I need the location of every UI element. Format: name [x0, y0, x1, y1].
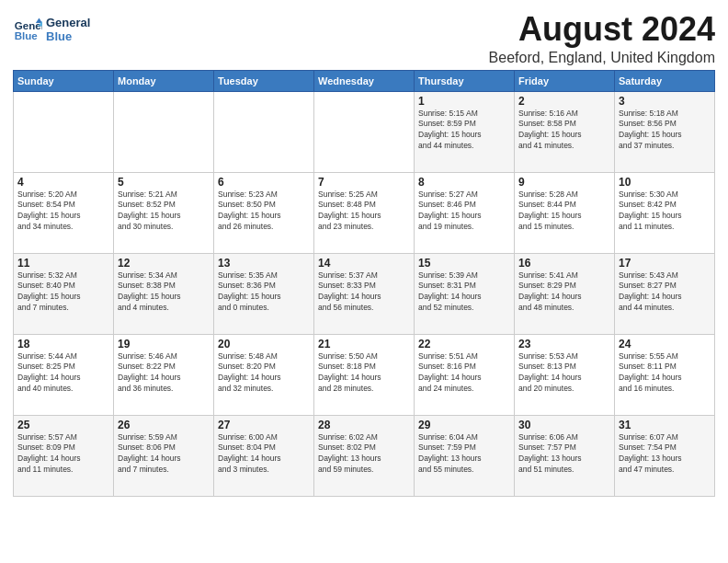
calendar-cell: 12Sunrise: 5:34 AM Sunset: 8:38 PM Dayli…: [114, 253, 214, 334]
day-number: 2: [518, 95, 610, 108]
calendar-cell: 25Sunrise: 5:57 AM Sunset: 8:09 PM Dayli…: [14, 415, 114, 496]
day-info: Sunrise: 5:39 AM Sunset: 8:31 PM Dayligh…: [418, 270, 510, 315]
day-info: Sunrise: 5:28 AM Sunset: 8:44 PM Dayligh…: [518, 190, 610, 234]
day-info: Sunrise: 5:35 AM Sunset: 8:36 PM Dayligh…: [218, 270, 310, 315]
calendar-cell: [214, 91, 314, 172]
day-number: 27: [218, 419, 310, 431]
day-info: Sunrise: 6:04 AM Sunset: 7:59 PM Dayligh…: [418, 432, 510, 477]
calendar-cell: 26Sunrise: 5:59 AM Sunset: 8:06 PM Dayli…: [114, 415, 214, 496]
day-info: Sunrise: 5:50 AM Sunset: 8:18 PM Dayligh…: [318, 351, 410, 396]
logo: General Blue General Blue: [13, 15, 90, 44]
day-info: Sunrise: 5:32 AM Sunset: 8:40 PM Dayligh…: [17, 270, 109, 315]
calendar-cell: 10Sunrise: 5:30 AM Sunset: 8:42 PM Dayli…: [615, 172, 715, 253]
calendar-cell: [314, 91, 415, 172]
calendar-cell: [114, 91, 214, 172]
day-info: Sunrise: 5:20 AM Sunset: 8:54 PM Dayligh…: [17, 190, 109, 234]
day-number: 21: [318, 338, 410, 350]
logo-icon: General Blue: [13, 15, 42, 44]
calendar-cell: 21Sunrise: 5:50 AM Sunset: 8:18 PM Dayli…: [314, 334, 415, 415]
day-info: Sunrise: 5:23 AM Sunset: 8:50 PM Dayligh…: [218, 190, 310, 234]
location-title: Beeford, England, United Kingdom: [489, 50, 715, 66]
day-info: Sunrise: 5:34 AM Sunset: 8:38 PM Dayligh…: [118, 270, 210, 315]
logo-line2: Blue: [46, 29, 90, 43]
day-number: 13: [218, 257, 310, 270]
calendar-cell: 27Sunrise: 6:00 AM Sunset: 8:04 PM Dayli…: [214, 415, 314, 496]
calendar-cell: 14Sunrise: 5:37 AM Sunset: 8:33 PM Dayli…: [314, 253, 415, 334]
day-info: Sunrise: 5:44 AM Sunset: 8:25 PM Dayligh…: [17, 351, 109, 396]
calendar-table: SundayMondayTuesdayWednesdayThursdayFrid…: [13, 70, 715, 497]
day-info: Sunrise: 5:21 AM Sunset: 8:52 PM Dayligh…: [118, 190, 210, 234]
day-number: 22: [418, 338, 510, 350]
day-number: 18: [17, 338, 109, 350]
day-info: Sunrise: 5:41 AM Sunset: 8:29 PM Dayligh…: [518, 270, 610, 315]
day-number: 5: [118, 176, 210, 189]
calendar-cell: [14, 91, 114, 172]
day-number: 31: [619, 419, 711, 431]
calendar-cell: 22Sunrise: 5:51 AM Sunset: 8:16 PM Dayli…: [415, 334, 515, 415]
calendar-cell: 9Sunrise: 5:28 AM Sunset: 8:44 PM Daylig…: [515, 172, 615, 253]
day-info: Sunrise: 5:53 AM Sunset: 8:13 PM Dayligh…: [518, 351, 610, 396]
day-info: Sunrise: 5:37 AM Sunset: 8:33 PM Dayligh…: [318, 270, 410, 315]
calendar-cell: 2Sunrise: 5:16 AM Sunset: 8:58 PM Daylig…: [515, 91, 615, 172]
day-number: 24: [619, 338, 711, 350]
day-number: 9: [518, 176, 610, 189]
day-info: Sunrise: 5:30 AM Sunset: 8:42 PM Dayligh…: [619, 190, 711, 234]
day-info: Sunrise: 5:27 AM Sunset: 8:46 PM Dayligh…: [418, 190, 510, 234]
calendar-cell: 7Sunrise: 5:25 AM Sunset: 8:48 PM Daylig…: [314, 172, 415, 253]
day-number: 14: [318, 257, 410, 270]
day-number: 7: [318, 176, 410, 189]
calendar-cell: 29Sunrise: 6:04 AM Sunset: 7:59 PM Dayli…: [415, 415, 515, 496]
calendar-cell: 11Sunrise: 5:32 AM Sunset: 8:40 PM Dayli…: [14, 253, 114, 334]
calendar-cell: 18Sunrise: 5:44 AM Sunset: 8:25 PM Dayli…: [14, 334, 114, 415]
day-number: 26: [118, 419, 210, 431]
day-info: Sunrise: 5:51 AM Sunset: 8:16 PM Dayligh…: [418, 351, 510, 396]
day-info: Sunrise: 5:25 AM Sunset: 8:48 PM Dayligh…: [318, 190, 410, 234]
day-info: Sunrise: 5:48 AM Sunset: 8:20 PM Dayligh…: [218, 351, 310, 396]
day-number: 10: [619, 176, 711, 189]
day-info: Sunrise: 5:46 AM Sunset: 8:22 PM Dayligh…: [118, 351, 210, 396]
calendar-cell: 15Sunrise: 5:39 AM Sunset: 8:31 PM Dayli…: [415, 253, 515, 334]
calendar-cell: 28Sunrise: 6:02 AM Sunset: 8:02 PM Dayli…: [314, 415, 415, 496]
calendar-cell: 1Sunrise: 5:15 AM Sunset: 8:59 PM Daylig…: [415, 91, 515, 172]
month-title: August 2024: [489, 11, 715, 48]
day-info: Sunrise: 6:02 AM Sunset: 8:02 PM Dayligh…: [318, 432, 410, 477]
day-header: Saturday: [615, 70, 715, 91]
calendar-cell: 31Sunrise: 6:07 AM Sunset: 7:54 PM Dayli…: [615, 415, 715, 496]
day-header: Sunday: [14, 70, 114, 91]
day-number: 4: [17, 176, 109, 189]
day-info: Sunrise: 5:57 AM Sunset: 8:09 PM Dayligh…: [17, 432, 109, 477]
day-info: Sunrise: 6:06 AM Sunset: 7:57 PM Dayligh…: [518, 432, 610, 477]
day-info: Sunrise: 6:07 AM Sunset: 7:54 PM Dayligh…: [619, 432, 711, 477]
day-number: 17: [619, 257, 711, 270]
svg-text:Blue: Blue: [15, 30, 39, 41]
day-number: 8: [418, 176, 510, 189]
calendar-cell: 8Sunrise: 5:27 AM Sunset: 8:46 PM Daylig…: [415, 172, 515, 253]
day-number: 12: [118, 257, 210, 270]
day-number: 19: [118, 338, 210, 350]
calendar-cell: 5Sunrise: 5:21 AM Sunset: 8:52 PM Daylig…: [114, 172, 214, 253]
day-info: Sunrise: 5:43 AM Sunset: 8:27 PM Dayligh…: [619, 270, 711, 315]
day-header: Thursday: [415, 70, 515, 91]
calendar-cell: 6Sunrise: 5:23 AM Sunset: 8:50 PM Daylig…: [214, 172, 314, 253]
calendar-cell: 4Sunrise: 5:20 AM Sunset: 8:54 PM Daylig…: [14, 172, 114, 253]
day-info: Sunrise: 5:16 AM Sunset: 8:58 PM Dayligh…: [518, 109, 610, 153]
calendar-cell: 16Sunrise: 5:41 AM Sunset: 8:29 PM Dayli…: [515, 253, 615, 334]
day-header: Wednesday: [314, 70, 415, 91]
calendar-cell: 24Sunrise: 5:55 AM Sunset: 8:11 PM Dayli…: [615, 334, 715, 415]
title-block: August 2024 Beeford, England, United Kin…: [489, 11, 715, 66]
day-number: 6: [218, 176, 310, 189]
day-number: 29: [418, 419, 510, 431]
day-number: 20: [218, 338, 310, 350]
day-info: Sunrise: 5:18 AM Sunset: 8:56 PM Dayligh…: [619, 109, 711, 153]
calendar-cell: 17Sunrise: 5:43 AM Sunset: 8:27 PM Dayli…: [615, 253, 715, 334]
calendar-cell: 19Sunrise: 5:46 AM Sunset: 8:22 PM Dayli…: [114, 334, 214, 415]
day-header: Monday: [114, 70, 214, 91]
calendar-cell: 3Sunrise: 5:18 AM Sunset: 8:56 PM Daylig…: [615, 91, 715, 172]
calendar-cell: 20Sunrise: 5:48 AM Sunset: 8:20 PM Dayli…: [214, 334, 314, 415]
day-number: 15: [418, 257, 510, 270]
day-number: 3: [619, 95, 711, 108]
logo-line1: General: [46, 16, 90, 29]
day-info: Sunrise: 5:59 AM Sunset: 8:06 PM Dayligh…: [118, 432, 210, 477]
day-number: 16: [518, 257, 610, 270]
day-number: 1: [418, 95, 510, 108]
